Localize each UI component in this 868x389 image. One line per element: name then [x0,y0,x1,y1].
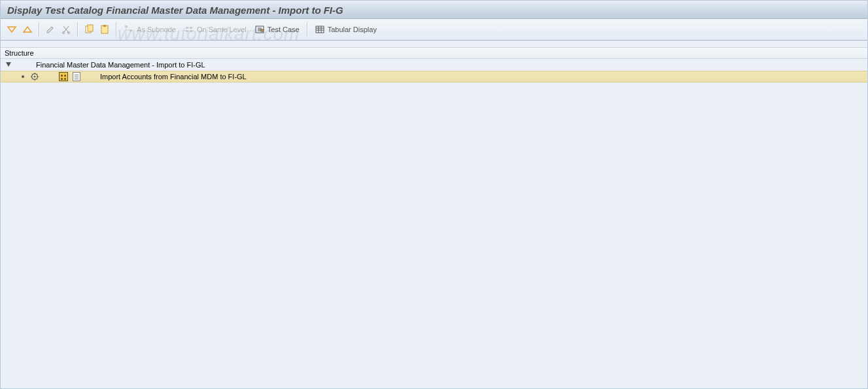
svg-rect-13 [261,29,263,31]
toolbar-separator [77,22,78,37]
titlebar: Display Test Catalog Financial Master Da… [1,1,867,19]
copy-icon[interactable] [82,21,96,38]
leaf-icon [22,75,24,78]
image-icon [58,71,69,82]
menu-up-icon[interactable] [20,21,35,38]
svg-rect-8 [186,27,188,29]
tabular-display-label: Tabular Display [328,26,377,33]
as-subnode-button[interactable]: As Subnode [120,22,179,37]
gear-icon [29,71,40,82]
tabular-display-button[interactable]: Tabular Display [311,22,380,37]
svg-rect-3 [88,25,93,31]
on-same-level-button[interactable]: On Same Level [181,22,250,37]
expand-down-icon[interactable] [6,62,11,67]
structure-label: Structure [5,49,34,57]
page-title: Display Test Catalog Financial Master Da… [7,5,343,16]
pencil-icon[interactable] [43,21,58,38]
svg-rect-11 [190,30,192,32]
as-subnode-label: As Subnode [137,26,176,33]
toolbar-separator [39,22,39,37]
toolbar-separator [116,22,116,37]
tree: Financial Master Data Management - Impor… [1,59,867,83]
svg-rect-9 [190,27,192,29]
structure-header: Structure [1,47,867,59]
svg-rect-14 [316,26,324,33]
svg-rect-7 [130,29,132,31]
tree-root-row[interactable]: Financial Master Data Management - Impor… [1,59,867,71]
menu-down-icon[interactable] [5,21,19,38]
svg-point-16 [34,76,36,78]
test-case-label: Test Case [268,26,300,33]
svg-rect-5 [103,25,106,27]
tree-child-label: Import Accounts from Financial MDM to FI… [100,73,247,81]
tree-child-row[interactable]: Import Accounts from Financial MDM to FI… [1,71,867,83]
svg-rect-6 [125,26,128,28]
paste-icon[interactable] [97,21,112,38]
tree-root-label: Financial Master Data Management - Impor… [36,61,205,69]
test-case-button[interactable]: Test Case [251,22,303,37]
svg-rect-10 [186,30,188,32]
on-same-level-label: On Same Level [197,26,247,33]
cut-icon[interactable] [59,21,73,38]
toolbar: As Subnode On Same Level Test Case Tabul… [1,19,867,41]
document-icon [71,71,82,82]
toolbar-separator [307,22,307,37]
